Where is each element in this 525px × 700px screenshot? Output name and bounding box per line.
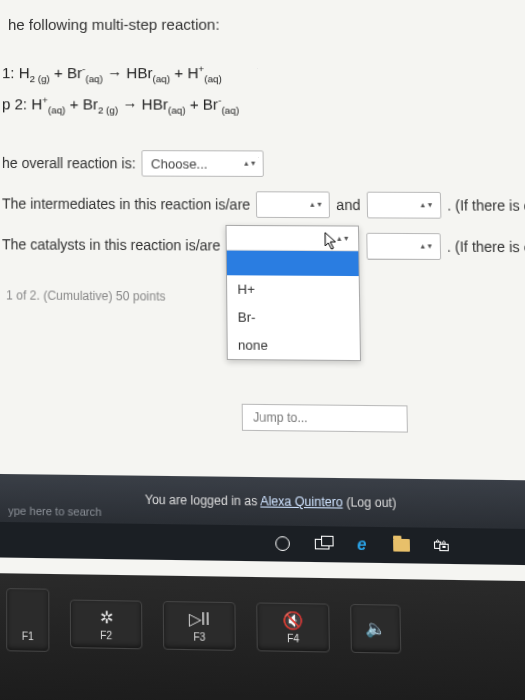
- physical-keyboard: F1 ✲ F2 ▷II F3 🔇 F4 🔈: [0, 573, 525, 700]
- overall-reaction-row: he overall reaction is: Choose... ▲▼: [0, 140, 525, 182]
- select-arrows-icon: ▲▼: [419, 243, 433, 249]
- jump-to-select[interactable]: Jump to...: [242, 404, 408, 433]
- logged-in-text: You are logged in as Alexa Quintero (Log…: [145, 492, 397, 510]
- dropdown-option-none[interactable]: none: [228, 331, 360, 360]
- task-view-icon[interactable]: [312, 533, 333, 554]
- dropdown-option-br-minus[interactable]: Br-: [227, 303, 359, 332]
- step-1-equation: 1: H2 (g) + Br-(aq) → HBr(aq) + H+(aq): [0, 57, 525, 89]
- mouse-cursor-icon: [324, 232, 339, 251]
- file-explorer-icon[interactable]: [391, 535, 412, 556]
- jump-to-container: Jump to...: [242, 404, 408, 433]
- question-prompt: he following multi-step reaction:: [0, 11, 525, 37]
- overall-reaction-label: he overall reaction is:: [2, 155, 136, 172]
- key-f3: ▷II F3: [163, 601, 236, 651]
- key-f4: 🔇 F4: [256, 602, 330, 652]
- brightness-icon: ✲: [99, 607, 113, 627]
- step-2-equation: p 2: H+(aq) + Br2 (g) → HBr(aq) + Br-(aq…: [0, 88, 525, 120]
- volume-icon: 🔈: [365, 617, 386, 638]
- and-label: and: [336, 197, 360, 214]
- overall-reaction-select[interactable]: Choose... ▲▼: [142, 150, 264, 177]
- mute-icon: 🔇: [282, 610, 303, 631]
- key-f1: F1: [6, 588, 49, 652]
- catalysts-dropdown-menu[interactable]: ▲▼ H+ Br- none: [226, 225, 362, 361]
- intermediates-select-2[interactable]: ▲▼: [366, 192, 441, 219]
- user-link[interactable]: Alexa Quintero: [260, 494, 343, 510]
- catalysts-label: The catalysts in this reaction is/are: [2, 236, 220, 254]
- intermediates-hint: . (If there is on: [447, 197, 525, 214]
- key-f5: 🔈: [350, 604, 401, 654]
- select-arrows-icon: ▲▼: [309, 202, 323, 208]
- intermediates-select-1[interactable]: ▲▼: [256, 191, 330, 218]
- store-icon[interactable]: 🛍: [431, 535, 452, 556]
- intermediates-row: The intermediates in this reaction is/ar…: [0, 180, 525, 223]
- catalysts-hint: . (If there is only one: [447, 238, 525, 255]
- catalysts-select-2[interactable]: ▲▼: [366, 233, 441, 260]
- cortana-circle-icon[interactable]: [272, 533, 293, 554]
- play-pause-icon: ▷II: [188, 609, 210, 629]
- key-f2: ✲ F2: [70, 600, 143, 650]
- edge-browser-icon[interactable]: e: [351, 534, 372, 555]
- select-arrows-icon: ▲▼: [243, 161, 257, 167]
- dropdown-option-blank[interactable]: [227, 251, 359, 276]
- select-arrows-icon: ▲▼: [419, 202, 433, 208]
- taskbar-search-hint[interactable]: ype here to search: [0, 500, 110, 522]
- intermediates-label: The intermediates in this reaction is/ar…: [2, 195, 250, 212]
- dropdown-option-h-plus[interactable]: H+: [227, 275, 359, 304]
